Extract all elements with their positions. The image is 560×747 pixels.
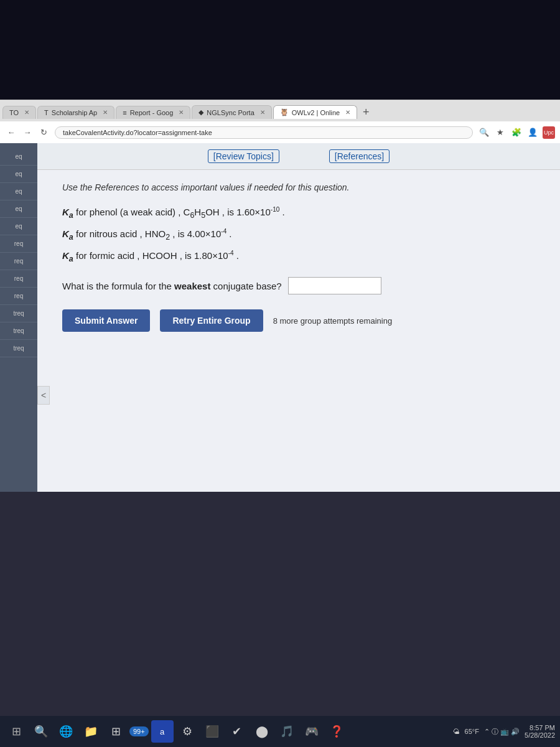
tab-label: Scholarship Ap <box>52 109 97 116</box>
bookmark-star-icon[interactable]: ★ <box>494 126 506 139</box>
sidebar-label: treq <box>13 345 24 352</box>
tab-icon-doc: ≡ <box>123 109 126 116</box>
sidebar-label: req <box>14 275 23 282</box>
question-text: What is the formula for the weakest conj… <box>62 281 282 291</box>
sidebar-label: eq <box>15 153 22 160</box>
app-a-icon[interactable]: a <box>151 720 174 743</box>
sidebar-collapse-button[interactable]: < <box>37 386 50 405</box>
ka-phenol-text: for phenol (a weak acid) , C6H5OH , is 1… <box>76 207 285 217</box>
ka-formic-label: Ka <box>62 250 73 261</box>
tab-label: Report - Goog <box>130 109 174 116</box>
tab-icon-t: T <box>44 109 49 116</box>
sidebar-label: eq <box>15 171 22 177</box>
sidebar-item-req-1[interactable]: req <box>0 235 37 253</box>
tab-close-icon[interactable]: ✕ <box>345 109 350 116</box>
button-row: Submit Answer Retry Entire Group 8 more … <box>62 309 535 332</box>
badge-count: 99+ <box>133 728 145 735</box>
temperature-text: 65°F <box>465 728 479 735</box>
sidebar-item-treq-3[interactable]: treq <box>0 340 37 357</box>
ka-phenol: Ka for phenol (a weak acid) , C6H5OH , i… <box>62 205 535 222</box>
clock-time: 8:57 PM <box>525 724 555 731</box>
tab-to[interactable]: TO ✕ <box>2 106 36 119</box>
forward-icon[interactable]: → <box>21 126 34 139</box>
sidebar-item-treq-2[interactable]: treq <box>0 322 37 340</box>
tab-report[interactable]: ≡ Report - Goog ✕ <box>116 106 190 119</box>
sidebar-item-eq-3[interactable]: eq <box>0 183 37 200</box>
new-tab-button[interactable]: + <box>358 105 373 120</box>
references-link[interactable]: [References] <box>329 149 390 163</box>
search-icon[interactable]: 🔍 <box>478 126 490 139</box>
tab-close-icon[interactable]: ✕ <box>103 109 108 116</box>
app-media-icon[interactable]: ⬛ <box>201 720 223 743</box>
start-button[interactable]: ⊞ <box>5 720 27 743</box>
sidebar-item-eq-4[interactable]: eq <box>0 200 37 218</box>
content-panel: [Review Topics] [References] Use the Ref… <box>37 143 560 504</box>
browser-chrome: TO ✕ T Scholarship Ap ✕ ≡ Report - Goog … <box>0 100 560 144</box>
app-circle-icon[interactable]: ⬤ <box>251 720 273 743</box>
sidebar-item-eq-1[interactable]: eq <box>0 148 37 166</box>
attempts-remaining-text: 8 more group attempts remaining <box>273 316 392 326</box>
sidebar-label: eq <box>15 188 22 195</box>
sidebar-label: req <box>14 258 23 265</box>
nav-controls: ← → ↻ <box>5 126 50 139</box>
sidebar-label: eq <box>15 205 22 212</box>
ka-nitrous: Ka for nitrous acid , HNO2 , is 4.00×10-… <box>62 227 535 243</box>
tab-close-icon[interactable]: ✕ <box>260 109 265 116</box>
sidebar-item-req-2[interactable]: req <box>0 253 37 270</box>
sidebar-label: req <box>14 240 23 247</box>
notification-badge[interactable]: 99+ <box>129 726 149 736</box>
tab-close-icon[interactable]: ✕ <box>24 109 29 116</box>
reload-icon[interactable]: ↻ <box>37 126 50 139</box>
address-bar: ← → ↻ 🔍 ★ 🧩 👤 Upc <box>0 121 560 144</box>
browser-action-icons: 🔍 ★ 🧩 👤 Upc <box>478 126 555 139</box>
apps-grid-icon[interactable]: ⊞ <box>105 720 127 743</box>
file-manager-icon[interactable]: 📁 <box>80 720 102 743</box>
app-question-icon[interactable]: ❓ <box>325 720 348 743</box>
sidebar-item-req-3[interactable]: req <box>0 270 37 288</box>
top-dark-overlay <box>0 0 560 106</box>
app-music-icon[interactable]: 🎵 <box>276 720 298 743</box>
tab-label: TO <box>9 109 19 116</box>
app-check-icon[interactable]: ✔ <box>226 720 248 743</box>
bottom-dark-area <box>0 492 560 716</box>
sidebar-label: treq <box>13 310 24 317</box>
temperature-icon: 🌤 <box>453 728 460 735</box>
tab-bar: TO ✕ T Scholarship Ap ✕ ≡ Report - Goog … <box>0 100 560 121</box>
app-game-icon[interactable]: 🎮 <box>301 720 323 743</box>
search-taskbar-icon[interactable]: 🔍 <box>30 720 52 743</box>
sidebar-item-eq-2[interactable]: eq <box>0 166 37 183</box>
sidebar: eq eq eq eq eq req req req req treq treq… <box>0 143 37 504</box>
app-widget-icon[interactable]: ⚙ <box>176 720 198 743</box>
ka-formic-text: for formic acid , HCOOH , is 1.80×10-4 . <box>76 250 239 261</box>
taskbar-right-area: 🌤 65°F ⌃ ⓘ 📺 🔊 8:57 PM 5/28/2022 <box>453 724 555 739</box>
tab-scholarship[interactable]: T Scholarship Ap ✕ <box>37 106 114 119</box>
retry-entire-group-button[interactable]: Retry Entire Group <box>160 309 263 332</box>
ka-formic: Ka for formic acid , HCOOH , is 1.80×10-… <box>62 248 535 265</box>
address-input[interactable] <box>55 126 473 139</box>
sidebar-item-treq-1[interactable]: treq <box>0 305 37 322</box>
clock-date: 5/28/2022 <box>525 731 555 739</box>
account-icon[interactable]: 👤 <box>526 126 539 139</box>
sidebar-item-eq-5[interactable]: eq <box>0 218 37 235</box>
tab-label: OWLv2 | Online <box>292 109 340 116</box>
sidebar-item-req-4[interactable]: req <box>0 288 37 305</box>
tab-close-icon[interactable]: ✕ <box>179 109 184 116</box>
ka-information: Ka for phenol (a weak acid) , C6H5OH , i… <box>62 205 535 265</box>
edge-icon[interactable]: 🌐 <box>55 720 77 743</box>
extensions-icon[interactable]: 🧩 <box>510 126 523 139</box>
review-topics-link[interactable]: [Review Topics] <box>208 149 279 163</box>
tab-label: NGLSync Porta <box>207 109 254 116</box>
ka-phenol-label: Ka <box>62 207 73 217</box>
tab-owlv2[interactable]: 🦉 OWLv2 | Online ✕ <box>273 105 357 119</box>
tab-nglsync[interactable]: ◆ NGLSync Porta ✕ <box>192 105 271 119</box>
tab-icon-owl: 🦉 <box>280 108 289 116</box>
tab-icon-ngl: ◆ <box>198 108 203 116</box>
submit-answer-button[interactable]: Submit Answer <box>62 309 150 332</box>
ka-nitrous-text: for nitrous acid , HNO2 , is 4.00×10-4 . <box>76 228 232 239</box>
taskbar-icons-system: ⌃ ⓘ 📺 🔊 <box>484 727 520 736</box>
answer-input[interactable] <box>288 277 381 294</box>
sidebar-label: req <box>14 293 23 299</box>
back-icon[interactable]: ← <box>5 126 17 139</box>
question-prompt: What is the formula for the weakest conj… <box>62 277 535 294</box>
main-content: eq eq eq eq eq req req req req treq treq… <box>0 143 560 504</box>
